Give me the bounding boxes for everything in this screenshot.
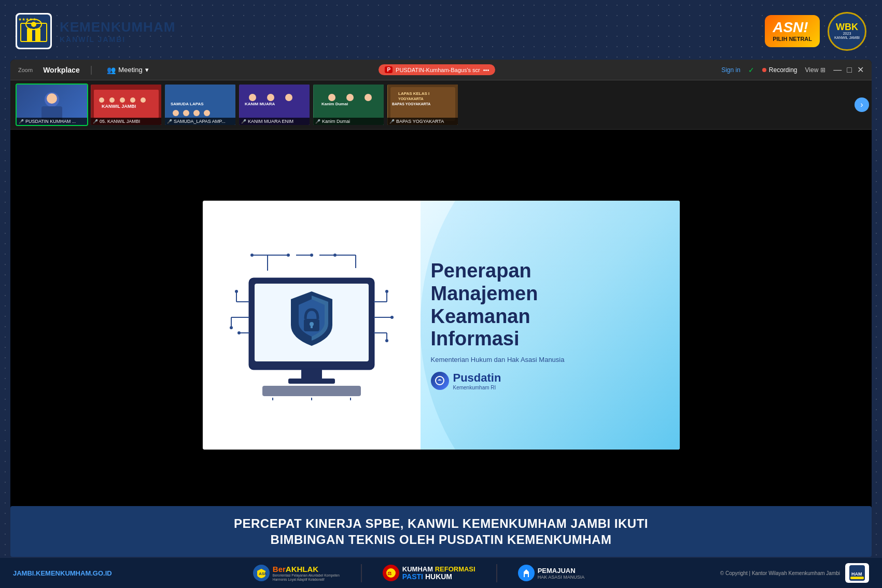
reformasi-label: REFORMASI bbox=[435, 565, 475, 573]
pusdatin-logo-circle bbox=[431, 372, 449, 390]
svg-text:HAM: HAM bbox=[851, 571, 862, 577]
wbk-sub: KANWIL JAMBI bbox=[834, 36, 860, 40]
svg-point-74 bbox=[385, 339, 388, 342]
p-icon: P bbox=[385, 66, 393, 73]
slide-subtitle: Kementerian Hukum dan Hak Asasi Manusia bbox=[431, 356, 669, 363]
footer: JAMBI.KEMENKUMHAM.GO.ID ASN BerAKHLAK Be… bbox=[0, 558, 882, 588]
svg-point-36 bbox=[346, 94, 354, 101]
presentation-slide: Penerapan Manajemen Keamanan Informasi K… bbox=[203, 201, 680, 450]
participant-thumb-1[interactable]: 🎤 PUSDATIN KUMHAM ... bbox=[16, 83, 88, 126]
restore-button[interactable]: □ bbox=[847, 65, 852, 75]
svg-point-30 bbox=[249, 94, 256, 101]
hamkam-badge: HAM bbox=[845, 563, 869, 583]
svg-point-35 bbox=[328, 94, 335, 101]
svg-text:KANWIL JAMBI: KANWIL JAMBI bbox=[102, 104, 136, 109]
svg-rect-75 bbox=[301, 369, 322, 380]
svg-point-37 bbox=[365, 94, 372, 101]
svg-point-64 bbox=[230, 326, 233, 329]
bottom-title-line2: BIMBINGAN TEKNIS OLEH PUSDATIN KEMENKUMH… bbox=[26, 531, 856, 548]
toolbar-separator: | bbox=[90, 64, 93, 75]
svg-text:★★★★★: ★★★★★ bbox=[18, 17, 36, 22]
meeting-label: Meeting bbox=[118, 66, 142, 74]
svg-rect-3 bbox=[27, 29, 32, 41]
footer-center: ASN BerAKHLAK Berorientasi Pelayanan Aku… bbox=[127, 564, 710, 582]
toolbar-center: P PUSDATIN-Kumham-Bagus's scr ••• bbox=[163, 64, 711, 75]
hamkam-icon: HAM bbox=[849, 565, 865, 581]
akhlak-text: AKHLAK bbox=[286, 565, 318, 573]
slide-left bbox=[203, 201, 421, 450]
security-check-icon: ✓ bbox=[748, 66, 754, 74]
asn-label: ASN! bbox=[773, 19, 812, 36]
berakhlak-sub: Berorientasi Pelayanan Akuntabel Kompete… bbox=[273, 573, 340, 582]
hukum-label: HUKUM bbox=[425, 572, 452, 581]
participants-strip: 🎤 PUSDATIN KUMHAM ... KANWIL JAMBI bbox=[10, 80, 872, 130]
zoom-app-name: Zoom bbox=[18, 67, 33, 73]
slide-right: Penerapan Manajemen Keamanan Informasi K… bbox=[421, 201, 680, 450]
svg-point-18 bbox=[120, 97, 125, 103]
kumham-reformasi-badge: ⚖ KUMHAM REFORMASI PASTI HUKUM bbox=[383, 565, 475, 581]
footer-divider-2 bbox=[496, 564, 497, 582]
svg-point-25 bbox=[183, 110, 189, 116]
shared-screen-pill: P PUSDATIN-Kumham-Bagus's scr ••• bbox=[379, 64, 495, 75]
header: ★★★★★ KEMENKUMHAM KANWIL JAMBI ASN! PILI… bbox=[0, 0, 882, 62]
mic-icon-3: 🎤 bbox=[167, 119, 172, 124]
svg-text:⚖: ⚖ bbox=[387, 571, 391, 576]
svg-point-16 bbox=[99, 97, 104, 103]
participant-label-5: 🎤 Kanim Dumai bbox=[313, 118, 384, 125]
berakhlak-badge: ASN BerAKHLAK Berorientasi Pelayanan Aku… bbox=[253, 565, 340, 582]
ber-text: Ber bbox=[273, 565, 286, 573]
slide-branding: Pusdatin Kemenkumham RI bbox=[431, 371, 669, 390]
mic-icon-4: 🎤 bbox=[241, 119, 246, 124]
pasti-hukum-label: PASTI HUKUM bbox=[402, 572, 475, 581]
svg-rect-89 bbox=[525, 574, 528, 577]
berakhlak-icon: ASN bbox=[253, 565, 270, 581]
participant-label-6: 🎤 BAPAS YOGYAKARTA bbox=[387, 118, 458, 125]
meeting-button[interactable]: 👥 Meeting ▾ bbox=[103, 64, 152, 76]
svg-point-45 bbox=[250, 254, 254, 257]
participant-label-2: 🎤 05. KANWIL JAMBI bbox=[91, 118, 161, 125]
wbk-label: WBK bbox=[836, 22, 858, 32]
logo-title: KEMENKUMHAM bbox=[60, 19, 175, 35]
pemajuan-badge: PEMAJUAN HAK ASASI MANUSIA bbox=[518, 565, 585, 581]
svg-text:SAMUDA LAPAS: SAMUDA LAPAS bbox=[171, 102, 204, 106]
svg-point-17 bbox=[109, 97, 115, 103]
participants-next-button[interactable]: › bbox=[855, 97, 869, 112]
toolbar-actions: — □ ✕ bbox=[833, 65, 864, 75]
svg-point-69 bbox=[385, 290, 388, 293]
participant-thumb-2[interactable]: KANWIL JAMBI 🎤 05. KANWIL JAMBI bbox=[90, 83, 162, 126]
minimize-button[interactable]: — bbox=[833, 65, 842, 75]
svg-point-26 bbox=[193, 110, 200, 116]
footer-right-area: © Copyright | Kantor Wilayah Kemenkumham… bbox=[710, 563, 869, 583]
kumham-icon: ⚖ bbox=[383, 565, 399, 581]
participant-thumb-3[interactable]: SAMUDA LAPAS 🎤 SAMUDA_LAPAS AMP... bbox=[164, 83, 236, 126]
svg-rect-77 bbox=[262, 386, 361, 396]
kemenkumham-logo-icon: ★★★★★ bbox=[16, 13, 52, 49]
participant-label-4: 🎤 KANIM MUARA ENIM bbox=[239, 118, 310, 125]
logo-area: ★★★★★ KEMENKUMHAM KANWIL JAMBI bbox=[16, 13, 175, 49]
participant-label-3: 🎤 SAMUDA_LAPAS AMP... bbox=[165, 118, 235, 125]
mic-icon-2: 🎤 bbox=[93, 119, 98, 124]
toolbar-right: Sign in ✓ Recording View ⊞ — □ ✕ bbox=[721, 65, 864, 75]
recording-dot bbox=[762, 68, 766, 72]
svg-text:BAPAS YOGYAKARTA: BAPAS YOGYAKARTA bbox=[392, 102, 430, 106]
svg-point-6 bbox=[31, 22, 36, 27]
meeting-chevron: ▾ bbox=[145, 66, 149, 74]
participant-thumb-6[interactable]: BAPAS YOGYAKARTA LAPAS KELAS I YOGYAKART… bbox=[386, 83, 459, 126]
recording-label: Recording bbox=[769, 66, 797, 74]
presentation-area: Penerapan Manajemen Keamanan Informasi K… bbox=[10, 130, 872, 521]
logo-subtitle: KANWIL JAMBI bbox=[60, 35, 175, 44]
view-button[interactable]: View ⊞ bbox=[805, 66, 826, 74]
footer-divider-1 bbox=[361, 564, 362, 582]
svg-point-27 bbox=[204, 110, 210, 116]
close-button[interactable]: ✕ bbox=[857, 65, 864, 75]
sign-in-button[interactable]: Sign in bbox=[721, 66, 740, 74]
participant-thumb-4[interactable]: KANIM MUARA 🎤 KANIM MUARA ENIM bbox=[238, 83, 311, 126]
zoom-workplace-label: Workplace bbox=[43, 66, 80, 74]
pemajuan-icon bbox=[518, 565, 535, 581]
logo-text: KEMENKUMHAM KANWIL JAMBI bbox=[60, 19, 175, 44]
wbk-year: 2023 bbox=[843, 32, 851, 36]
asn-badge: ASN! PILIH NETRAL bbox=[765, 15, 820, 47]
svg-point-47 bbox=[287, 254, 290, 257]
participant-thumb-5[interactable]: Kanim Dumai 🎤 Kanim Dumai bbox=[312, 83, 385, 126]
brand-name: Pusdatin bbox=[453, 371, 501, 385]
